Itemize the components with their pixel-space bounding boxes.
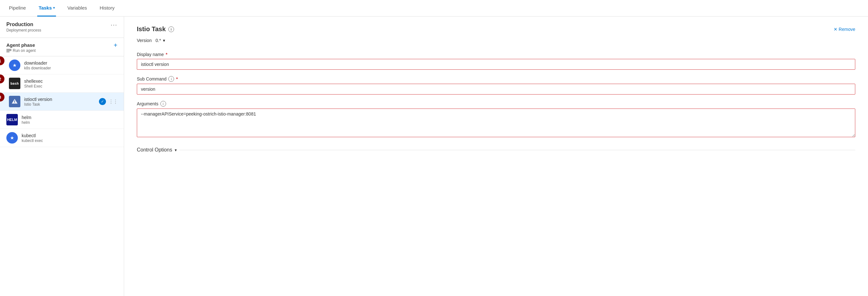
left-panel: Production Deployment process ··· Agent … [0, 17, 124, 296]
task-info-icon[interactable]: i [168, 26, 174, 32]
sub-command-input[interactable] [137, 84, 855, 94]
task-detail-title: Istio Task [137, 26, 166, 33]
display-name-group: Display name * [137, 52, 855, 70]
version-value: 0.* [156, 38, 161, 43]
agent-phase-title: Agent phase [6, 42, 36, 48]
task-subtitle-kubectl: kubectl exec [22, 139, 117, 143]
production-header: Production Deployment process ··· [0, 17, 124, 38]
task-item-wrapper-shellexec: 2 bash shellexec Shell Exec [0, 75, 124, 93]
nav-variables[interactable]: Variables [66, 0, 88, 17]
main-layout: Production Deployment process ··· Agent … [0, 17, 868, 296]
task-item-wrapper-istioctl: 3 istioctl version Istio Task ✓ ⋮⋮ [0, 93, 124, 111]
agent-phase-section: Agent phase Run on agent + [0, 38, 124, 56]
nav-tasks[interactable]: Tasks ▾ [37, 0, 56, 17]
task-subtitle-shellexec: Shell Exec [24, 84, 117, 88]
nav-history[interactable]: History [98, 0, 116, 17]
tasks-dropdown-arrow[interactable]: ▾ [53, 6, 55, 9]
sub-command-info-icon[interactable]: i [168, 76, 174, 82]
task-check-icon: ✓ [99, 98, 106, 105]
arguments-info-icon[interactable]: i [160, 101, 166, 107]
task-actions-istioctl: ✓ ⋮⋮ [99, 98, 117, 105]
task-item-downloader[interactable]: downloader k8s downloader [0, 56, 124, 75]
production-menu-button[interactable]: ··· [111, 22, 117, 28]
run-on-agent-icon [6, 49, 11, 53]
istioctl-icon [9, 96, 20, 107]
arguments-group: Arguments i --managerAPIService=peeking-… [137, 101, 855, 138]
svg-rect-2 [6, 52, 9, 52]
production-title: Production [6, 22, 41, 27]
task-name-kubectl: kubectl [22, 133, 117, 138]
task-name-downloader: downloader [24, 60, 117, 65]
sub-command-group: Sub Command i * [137, 76, 855, 94]
display-name-label: Display name * [137, 52, 855, 57]
kubectl-icon [6, 132, 18, 144]
control-options-label: Control Options [137, 147, 172, 153]
version-label: Version [137, 38, 152, 43]
agent-phase-subtitle: Run on agent [6, 49, 36, 53]
right-panel: Istio Task i ✕ Remove Version 0.* ▾ Disp… [124, 17, 868, 296]
svg-rect-1 [6, 50, 11, 51]
task-item-helm[interactable]: HELM helm helm [0, 111, 124, 129]
display-name-input[interactable] [137, 59, 855, 70]
task-name-shellexec: shellexec [24, 79, 117, 84]
task-subtitle-istioctl: Istio Task [24, 102, 99, 107]
task-name-helm: helm [22, 115, 117, 120]
svg-rect-0 [6, 49, 11, 50]
arguments-textarea[interactable]: --managerAPIService=peeking-ostrich-isti… [137, 109, 855, 137]
remove-button[interactable]: ✕ Remove [834, 27, 855, 32]
downloader-icon [9, 60, 20, 71]
helm-icon: HELM [6, 114, 18, 125]
task-item-shellexec[interactable]: bash shellexec Shell Exec [0, 75, 124, 93]
task-subtitle-helm: helm [22, 120, 117, 125]
task-name-istioctl: istioctl version [24, 97, 99, 102]
control-options-row[interactable]: Control Options ▾ [137, 147, 855, 153]
shellexec-icon: bash [9, 78, 20, 89]
production-subtitle: Deployment process [6, 28, 41, 32]
display-name-required: * [166, 52, 167, 57]
top-navigation: Pipeline Tasks ▾ Variables History [0, 0, 868, 17]
nav-pipeline[interactable]: Pipeline [8, 0, 27, 17]
task-item-kubectl[interactable]: kubectl kubectl exec [0, 129, 124, 147]
arguments-label: Arguments i [137, 101, 855, 107]
version-select[interactable]: 0.* ▾ [156, 38, 165, 43]
remove-x-icon: ✕ [834, 27, 837, 32]
drag-handle-icon[interactable]: ⋮⋮ [108, 99, 117, 105]
control-options-chevron-icon: ▾ [175, 148, 177, 152]
control-options-divider [180, 150, 855, 150]
task-detail-header: Istio Task i ✕ Remove [137, 26, 855, 33]
sub-command-required: * [176, 77, 178, 82]
task-item-istioctl[interactable]: istioctl version Istio Task ✓ ⋮⋮ [0, 93, 124, 111]
sub-command-label: Sub Command i * [137, 76, 855, 82]
task-list: 1 downloader k8s downloader 2 bash [0, 56, 124, 296]
version-dropdown-icon: ▾ [163, 38, 165, 43]
task-subtitle-downloader: k8s downloader [24, 66, 117, 70]
add-task-button[interactable]: + [114, 42, 117, 49]
task-item-wrapper-downloader: 1 downloader k8s downloader [0, 56, 124, 75]
version-row: Version 0.* ▾ [137, 38, 855, 43]
